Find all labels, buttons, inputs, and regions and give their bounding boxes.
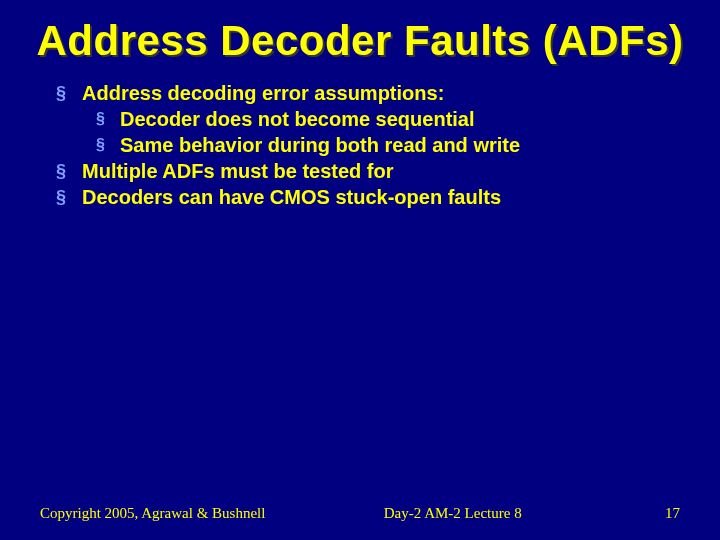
sub-bullet-item: § Same behavior during both read and wri… <box>96 133 688 157</box>
bullet-icon: § <box>56 185 70 209</box>
bullet-item: § Address decoding error assumptions: <box>56 81 688 105</box>
bullet-icon: § <box>56 159 70 183</box>
bullet-icon: § <box>96 133 110 157</box>
footer-lecture: Day-2 AM-2 Lecture 8 <box>265 505 640 522</box>
bullet-item: § Decoders can have CMOS stuck-open faul… <box>56 185 688 209</box>
slide-footer: Copyright 2005, Agrawal & Bushnell Day-2… <box>0 505 720 522</box>
footer-page-number: 17 <box>640 505 680 522</box>
sub-bullet-text: Same behavior during both read and write <box>120 133 520 157</box>
bullet-text: Decoders can have CMOS stuck-open faults <box>82 185 501 209</box>
footer-copyright: Copyright 2005, Agrawal & Bushnell <box>40 505 265 522</box>
bullet-item: § Multiple ADFs must be tested for <box>56 159 688 183</box>
bullet-text: Address decoding error assumptions: <box>82 81 444 105</box>
sub-list: § Decoder does not become sequential § S… <box>56 107 688 157</box>
slide-content: § Address decoding error assumptions: § … <box>32 81 688 209</box>
bullet-text: Multiple ADFs must be tested for <box>82 159 394 183</box>
sub-bullet-item: § Decoder does not become sequential <box>96 107 688 131</box>
slide: Address Decoder Faults (ADFs) § Address … <box>0 0 720 540</box>
bullet-icon: § <box>56 81 70 105</box>
sub-bullet-text: Decoder does not become sequential <box>120 107 475 131</box>
bullet-icon: § <box>96 107 110 131</box>
slide-title: Address Decoder Faults (ADFs) <box>32 18 688 63</box>
